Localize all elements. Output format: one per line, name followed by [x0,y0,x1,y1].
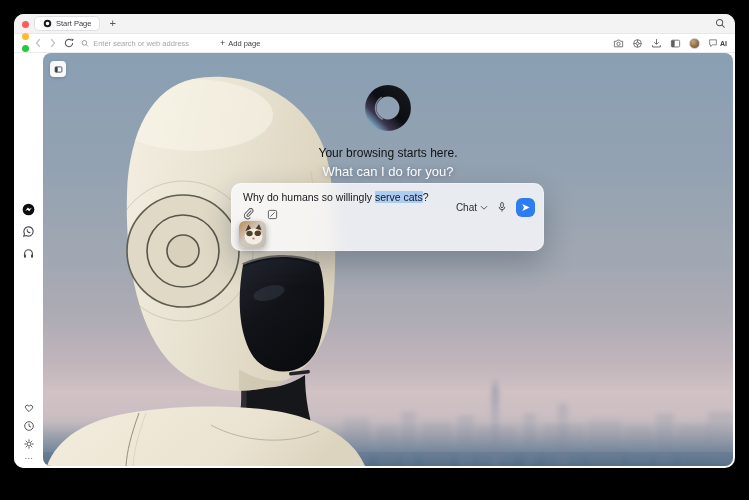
sidebar-setup-button[interactable]: ⋯ [25,456,33,462]
minimize-window-button[interactable] [22,33,29,40]
attach-file-button[interactable] [243,208,254,220]
whatsapp-icon [22,225,35,238]
cat-photo-attachment[interactable] [239,221,266,248]
opera-logo [363,83,413,133]
sidebar-panel-icon [670,38,681,49]
sidebar-item-whatsapp[interactable] [22,225,35,238]
sidebar-bottom: ⋯ [14,402,43,462]
reload-icon [64,38,74,48]
chevron-down-icon [480,205,488,211]
plus-icon: + [220,39,225,48]
toolbar-right: AI [613,38,727,49]
extensions-wheel-icon [632,38,643,49]
tab-start-page[interactable]: Start Page [34,16,100,31]
profile-avatar-button[interactable] [689,38,700,49]
microphone-icon [497,201,507,214]
browser-window: Start Page + [14,14,735,468]
add-page-button[interactable]: + Add page [220,39,260,48]
tab-title: Start Page [56,19,91,28]
headphones-icon [22,247,35,260]
history-clock-icon [23,420,35,432]
back-button[interactable] [34,38,42,48]
speed-dial-panel-toggle[interactable] [50,61,66,77]
prompt-text-after: ? [423,191,429,203]
panel-toggle-icon [54,65,63,74]
reload-button[interactable] [64,38,74,48]
sidebar-item-settings[interactable] [23,438,35,450]
ai-prompt-box: Why do humans so willingly serve cats? [231,183,544,251]
settings-gear-icon [23,438,35,450]
chevron-left-icon [34,38,42,48]
aria-ai-button[interactable]: AI [708,38,727,48]
address-bar: + Add page [14,34,735,53]
paperclip-icon [243,208,254,220]
send-icon [520,202,531,213]
forward-button[interactable] [49,38,57,48]
close-window-button[interactable] [22,21,29,28]
subtitle: What can I do for you? [43,164,733,179]
browser-body: ⋯ [14,53,735,468]
sidebar-item-messenger[interactable] [22,203,35,216]
prompt-text-selected: serve cats [375,191,423,203]
new-tab-button[interactable]: + [109,18,115,29]
sidebar-item-player[interactable] [22,247,35,260]
extensions-button[interactable] [632,38,643,49]
chevron-right-icon [49,38,57,48]
sidebar-messengers [14,203,43,260]
mode-selector[interactable]: Chat [456,202,488,213]
voice-input-button[interactable] [497,201,507,214]
opera-logo-icon [43,19,52,28]
address-search-field [81,39,213,48]
sidebar: ⋯ [14,53,43,468]
profile-avatar [689,38,700,49]
camera-icon [613,38,624,49]
window-controls [22,21,29,52]
prompt-toolbar [243,208,278,220]
send-button[interactable] [516,198,535,217]
maximize-window-button[interactable] [22,45,29,52]
search-input[interactable] [93,39,213,48]
hero-section: Your browsing starts here. What can I do… [43,83,733,179]
prompt-controls: Chat [456,198,535,217]
tab-search-button[interactable] [715,18,726,29]
messenger-icon [22,203,35,216]
chat-bubble-icon [708,38,718,48]
sidebar-item-pinboards[interactable] [23,402,35,414]
downloads-button[interactable] [651,38,662,49]
search-icon [81,39,89,48]
snapshot-camera-button[interactable] [613,38,624,49]
download-icon [651,38,662,49]
desktop-background: Start Page + [0,0,749,500]
sidebar-panel-button[interactable] [670,38,681,49]
prompt-text-before: Why do humans so willingly [243,191,375,203]
heart-icon [23,402,35,414]
edit-page-icon [267,209,278,220]
cat-photo-thumbnail [239,221,266,248]
add-page-context-button[interactable] [267,208,278,220]
tab-bar: Start Page + [14,14,735,34]
sidebar-item-history[interactable] [23,420,35,432]
search-icon [715,18,726,29]
tagline: Your browsing starts here. [43,146,733,160]
start-page: Your browsing starts here. What can I do… [43,53,733,466]
